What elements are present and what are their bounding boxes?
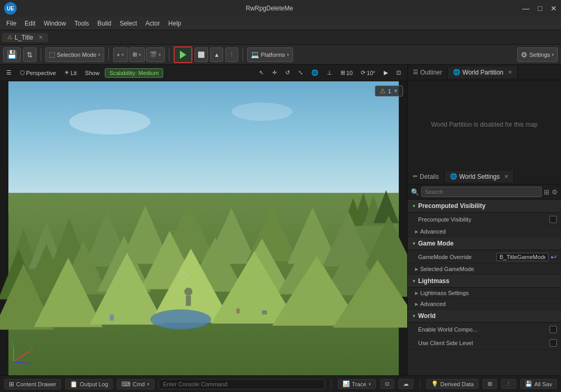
move-tool-button[interactable]: ✛ bbox=[269, 68, 280, 77]
anim-button[interactable]: 🎬 ▾ bbox=[146, 47, 165, 62]
surface-snapping-button[interactable]: ⊥ bbox=[324, 68, 335, 77]
stop-button[interactable] bbox=[194, 47, 208, 62]
tab-details[interactable]: ✏ Details bbox=[408, 171, 445, 182]
rotate-icon: ↺ bbox=[285, 69, 290, 76]
menu-build[interactable]: Build bbox=[93, 19, 116, 28]
world-partition-icon: 🌐 bbox=[453, 69, 460, 76]
grid-icon: ⊞ bbox=[340, 69, 345, 76]
extra-icon-2: ⋮ bbox=[506, 381, 511, 387]
content-drawer-button[interactable]: ⊞ Content Drawer bbox=[4, 379, 61, 389]
precomputed-advanced-subsection[interactable]: ▶ Advanced bbox=[408, 226, 561, 237]
grid-view-button[interactable]: ⊞ 10 bbox=[337, 68, 356, 77]
anim-icon: 🎬 bbox=[150, 51, 157, 58]
lit-button[interactable]: ☀ Lit bbox=[61, 68, 80, 77]
top-panel-tabs: ☰ Outliner 🌐 World Partition ✕ bbox=[408, 65, 561, 80]
cloud-button[interactable]: ☁ bbox=[398, 379, 413, 389]
menu-window[interactable]: Window bbox=[40, 19, 70, 28]
game-mode-header[interactable]: ▼ Game Mode bbox=[408, 237, 561, 250]
menu-file[interactable]: File bbox=[2, 19, 20, 28]
svg-rect-39 bbox=[186, 296, 191, 305]
scalability-badge[interactable]: Scalability: Medium bbox=[105, 68, 164, 78]
lightmass-settings-subsection[interactable]: ▶ Lightmass Settings bbox=[408, 288, 561, 299]
maximize-viewport-button[interactable]: ⊡ bbox=[393, 68, 404, 77]
select-tool-button[interactable]: ↖ bbox=[256, 68, 267, 77]
play-more-button[interactable]: ⋮ bbox=[225, 47, 238, 62]
world-settings-close-icon[interactable]: ✕ bbox=[504, 174, 508, 179]
warning-badge[interactable]: ⚠ 1 ▼ bbox=[375, 85, 403, 96]
gamemode-override-input[interactable] bbox=[496, 253, 548, 261]
viewport-scene[interactable]: ⚠ 1 ▼ X Z Y bbox=[0, 81, 407, 375]
save-all-button[interactable]: 💾 All Sav bbox=[520, 379, 557, 389]
precompute-visibility-row: Precompute Visibility bbox=[408, 213, 561, 226]
save-button[interactable]: 💾 bbox=[3, 47, 21, 62]
tab-close-icon[interactable]: ✕ bbox=[39, 34, 43, 40]
more-tools-button[interactable]: ▶ bbox=[381, 68, 391, 77]
monitor-button[interactable]: ⊙ bbox=[380, 379, 394, 389]
tab-world-settings[interactable]: 🌐 World Settings ✕ bbox=[445, 171, 514, 182]
minimize-button[interactable]: — bbox=[522, 4, 530, 13]
skip-button[interactable]: ▲ bbox=[210, 47, 223, 62]
show-button[interactable]: Show bbox=[82, 69, 103, 77]
settings-icon: ⚙ bbox=[521, 51, 528, 59]
settings-button[interactable]: ⚙ Settings ▾ bbox=[517, 47, 558, 62]
output-log-button[interactable]: 📋 Output Log bbox=[65, 379, 113, 389]
lightmass-advanced-subsection[interactable]: ▶ Advanced bbox=[408, 299, 561, 310]
source-control-button[interactable]: ⇅ bbox=[23, 47, 36, 62]
search-input[interactable] bbox=[421, 187, 542, 197]
gamemode-override-label: GameMode Override bbox=[418, 254, 496, 260]
statusbar-separator-1 bbox=[331, 379, 332, 389]
status-bar: ⊞ Content Drawer 📋 Output Log ⌨ Cmd ▾ 📊 … bbox=[0, 375, 561, 392]
snap-button[interactable]: ⊞ ▾ bbox=[129, 47, 145, 62]
enable-world-composition-label: Enable World Compo... bbox=[418, 326, 550, 333]
menu-select[interactable]: Select bbox=[115, 19, 141, 28]
console-input[interactable] bbox=[158, 379, 325, 389]
menu-actor[interactable]: Actor bbox=[141, 19, 164, 28]
selection-mode-button[interactable]: ⬚ Selection Mode ▾ bbox=[45, 47, 104, 62]
settings-gear-icon[interactable]: ⚙ bbox=[552, 188, 558, 196]
toolbar-separator-4 bbox=[242, 48, 243, 61]
use-client-side-level-checkbox[interactable] bbox=[550, 339, 557, 347]
add-button[interactable]: + ▾ bbox=[113, 47, 128, 62]
tab-outliner[interactable]: ☰ Outliner bbox=[408, 67, 448, 78]
platforms-button[interactable]: 💻 Platforms ▾ bbox=[247, 47, 292, 62]
add-tools-group: + ▾ ⊞ ▾ 🎬 ▾ bbox=[113, 47, 165, 62]
cmd-button[interactable]: ⌨ Cmd ▾ bbox=[117, 379, 154, 389]
play-button[interactable] bbox=[174, 46, 192, 63]
perspective-button[interactable]: ⬡ Perspective bbox=[17, 68, 59, 77]
selected-gamemode-label: Selected GameMode bbox=[420, 266, 474, 272]
level-tab[interactable]: ⚠ L_Title ✕ bbox=[2, 33, 48, 42]
svg-text:Z: Z bbox=[11, 341, 14, 346]
skip-icon: ▲ bbox=[214, 52, 219, 58]
rotation-label: 10° bbox=[367, 70, 375, 76]
rotation-snap-button[interactable]: ⟳ 10° bbox=[358, 68, 379, 77]
precompute-visibility-checkbox[interactable] bbox=[550, 216, 557, 223]
trace-button[interactable]: 📊 Trace ▾ bbox=[338, 379, 376, 389]
close-button[interactable]: ✕ bbox=[551, 4, 557, 13]
table-view-icon[interactable]: ⊞ bbox=[544, 188, 550, 196]
platforms-icon: 💻 bbox=[251, 51, 259, 58]
menu-edit[interactable]: Edit bbox=[20, 19, 40, 28]
enable-world-composition-checkbox[interactable] bbox=[550, 326, 557, 333]
title-bar: UE RwRpgDeleteMe — □ ✕ bbox=[0, 0, 561, 17]
tab-world-partition[interactable]: 🌐 World Partition ✕ bbox=[448, 67, 517, 78]
lightmass-header[interactable]: ▼ Lightmass bbox=[408, 275, 561, 288]
menu-tools[interactable]: Tools bbox=[70, 19, 93, 28]
world-header[interactable]: ▼ World bbox=[408, 310, 561, 323]
gamemode-reset-icon[interactable]: ↩ bbox=[551, 253, 557, 261]
enable-world-composition-row: Enable World Compo... bbox=[408, 323, 561, 336]
warning-count: 1 bbox=[388, 88, 391, 94]
derived-data-button[interactable]: 💡 Derived Data bbox=[426, 379, 479, 389]
extra-button-2[interactable]: ⋮ bbox=[501, 379, 516, 389]
menu-help[interactable]: Help bbox=[164, 19, 186, 28]
precomputed-visibility-header[interactable]: ▼ Precomputed Visibility bbox=[408, 200, 561, 213]
world-space-button[interactable]: 🌐 bbox=[308, 68, 322, 77]
scene-svg bbox=[0, 81, 407, 375]
maximize-button[interactable]: □ bbox=[538, 4, 542, 13]
extra-button-1[interactable]: ⊞ bbox=[483, 379, 497, 389]
world-partition-close-icon[interactable]: ✕ bbox=[508, 69, 512, 75]
viewport-hamburger-button[interactable]: ☰ bbox=[3, 68, 15, 77]
scale-tool-button[interactable]: ⤡ bbox=[295, 68, 306, 77]
selected-gamemode-subsection[interactable]: ▶ Selected GameMode bbox=[408, 264, 561, 275]
rotate-tool-button[interactable]: ↺ bbox=[282, 68, 293, 77]
precomputed-visibility-label: Precomputed Visibility bbox=[418, 202, 485, 210]
